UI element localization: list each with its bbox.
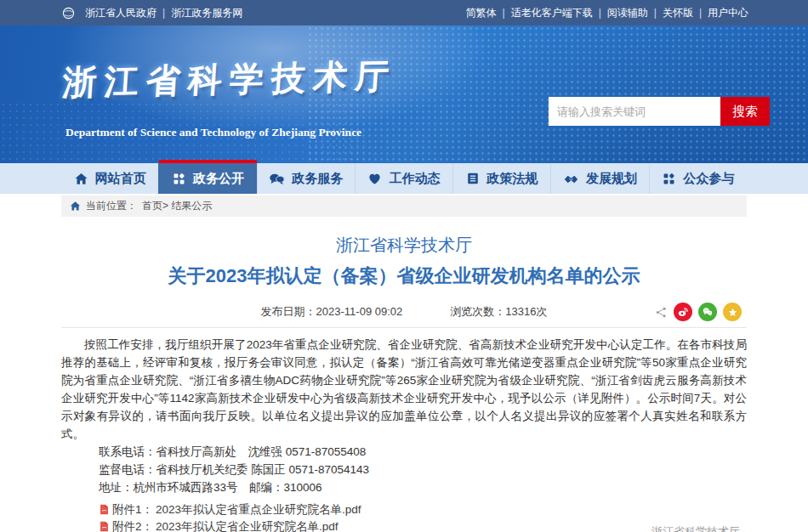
header-banner: 浙江省科学技术厅 Department of Science and Techn… (0, 25, 808, 163)
topbar-right-links: 简繁体 | 适老化客户端下载 | 阅读辅助 | 关怀版 | 用户中心 (466, 6, 749, 20)
document-icon (466, 172, 480, 185)
qzone-icon[interactable] (723, 303, 742, 321)
weibo-icon[interactable] (674, 303, 692, 321)
link-user-center[interactable]: 用户中心 (708, 6, 748, 20)
top-utility-bar: 浙江省人民政府 | 浙江政务服务网 简繁体 | 适老化客户端下载 | 阅读辅助 … (0, 0, 808, 25)
meta-divider (61, 327, 747, 328)
nav-tab-label: 政策法规 (487, 171, 538, 187)
link-zhejiang-gov[interactable]: 浙江省人民政府 (85, 6, 156, 20)
link-elderly-client[interactable]: 适老化客户端下载 (511, 6, 593, 20)
supervision-phone: 监督电话：省科技厅机关纪委 陈国正 0571-87054143 (61, 461, 747, 478)
nav-tab-label: 发展规划 (586, 171, 637, 187)
nav-tab-development-plan[interactable]: 发展规划 (550, 163, 648, 194)
site-title-english: Department of Science and Technology of … (65, 126, 361, 139)
contact-info: 联系电话：省科技厅高新处 沈维强 0571-87055408 监督电话：省科技厅… (61, 443, 747, 496)
separator: | (654, 7, 657, 19)
handshake-icon (563, 172, 579, 186)
address-line: 地址：杭州市环城西路33号 邮编：310006 (61, 478, 747, 496)
attachment-list: 附件1：2023年拟认定省重点企业研究院名单.pdf 附件2：2023年拟认定省… (61, 501, 747, 532)
attachment-filename: 2023年拟认定省企业研究院名单.pdf (156, 518, 339, 532)
participation-grid-icon (662, 172, 676, 186)
link-simplified-traditional[interactable]: 简繁体 (466, 6, 497, 20)
wechat-icon[interactable] (698, 303, 717, 321)
nav-tab-gov-open[interactable]: 政务公开 (158, 163, 256, 194)
page: 浙江省人民政府 | 浙江政务服务网 简繁体 | 适老化客户端下载 | 阅读辅助 … (0, 0, 808, 532)
nav-tab-label: 政务服务 (292, 171, 343, 187)
views-label: 浏览次数： (450, 305, 505, 318)
site-title: 浙江省科学技术厅 (61, 53, 398, 106)
breadcrumb: 当前位置： 首页> 结果公示 (61, 195, 747, 217)
breadcrumb-path[interactable]: 首页> 结果公示 (142, 199, 212, 213)
nav-tab-label: 工作动态 (389, 171, 440, 187)
pdf-file-icon (99, 504, 110, 515)
search-button[interactable]: 搜索 (720, 97, 770, 126)
nav-tab-work-news[interactable]: 工作动态 (355, 163, 452, 194)
attachment-label: 附件2： (112, 518, 153, 532)
link-zhejiang-service[interactable]: 浙江政务服务网 (171, 6, 242, 20)
publish-date-value: 2023-11-09 09:02 (316, 305, 403, 318)
separator: | (699, 7, 702, 19)
nav-tab-policy[interactable]: 政策法规 (452, 163, 550, 194)
gov-open-grid-icon (172, 172, 186, 186)
site-search: 搜索 (549, 97, 770, 126)
gov-globe-icon (61, 6, 76, 20)
topbar-left-links: 浙江省人民政府 | 浙江政务服务网 (61, 6, 242, 20)
attachment-link-1[interactable]: 附件1：2023年拟认定省重点企业研究院名单.pdf (61, 501, 747, 518)
chat-bubbles-icon (269, 172, 285, 186)
attachment-label: 附件1： (112, 501, 153, 518)
link-reading-aid[interactable]: 阅读辅助 (607, 6, 648, 20)
nav-tab-label: 网站首页 (95, 171, 146, 187)
attachment-filename: 2023年拟认定省重点企业研究院名单.pdf (156, 501, 361, 518)
article: 浙江省科学技术厅 关于2023年拟认定（备案）省级企业研发机构名单的公示 发布日… (61, 217, 747, 532)
main-nav: 网站首页 政务公开 政务服务 工作动态 政策法规 发展规划 (0, 163, 808, 194)
article-title: 关于2023年拟认定（备案）省级企业研发机构名单的公示 (61, 264, 747, 288)
nav-tab-label: 公众参与 (683, 171, 734, 187)
share-bar (655, 303, 742, 321)
contact-phone: 联系电话：省科技厅高新处 沈维强 0571-87055408 (61, 443, 747, 461)
link-care-version[interactable]: 关怀版 (663, 6, 693, 20)
nav-tab-home[interactable]: 网站首页 (61, 163, 158, 194)
separator: | (599, 7, 601, 19)
nav-tab-label: 政务公开 (193, 171, 244, 187)
article-meta: 发布日期：2023-11-09 09:02浏览次数：13316次 (61, 302, 747, 322)
search-input[interactable] (549, 97, 720, 126)
breadcrumb-location-label: 当前位置： (86, 199, 137, 213)
separator: | (162, 7, 165, 19)
heart-icon (367, 172, 382, 186)
views-value: 13316次 (505, 305, 547, 318)
pdf-file-icon (99, 521, 110, 532)
article-body: 按照工作安排，我厅组织开展了2023年省重点企业研究院、省企业研究院、省高新技术… (61, 336, 747, 443)
nav-tab-gov-service[interactable]: 政务服务 (257, 163, 355, 194)
breadcrumb-home-icon (70, 201, 81, 212)
article-signature: 浙江省科学技术厅 (652, 524, 740, 532)
nav-tab-public-participation[interactable]: 公众参与 (649, 163, 747, 194)
attachment-link-2[interactable]: 附件2：2023年拟认定省企业研究院名单.pdf (61, 518, 747, 532)
publish-date-label: 发布日期： (261, 305, 316, 318)
separator: | (503, 7, 505, 19)
home-icon (74, 172, 88, 186)
article-org-title: 浙江省科学技术厅 (61, 234, 747, 256)
share-nodes-icon[interactable] (655, 306, 668, 319)
